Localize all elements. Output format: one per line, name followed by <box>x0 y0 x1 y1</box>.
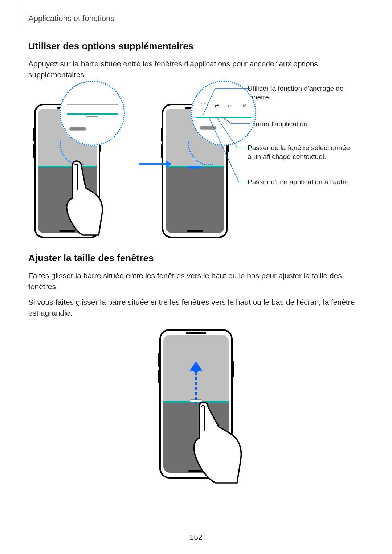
section2-body1: Faites glisser la barre située entre les… <box>28 270 364 292</box>
callout-popup: Passer de la fenêtre sélectionnée à un a… <box>248 144 353 161</box>
figure-resize <box>28 329 364 479</box>
breadcrumb: Applications et fonctions <box>28 14 364 23</box>
figure-split-options: ⛶ ⇄ ▭ ✕ Utiliser la fonction d'ancrage d… <box>28 91 364 238</box>
magnifier-left <box>60 81 125 146</box>
arrow-right-icon <box>137 158 172 170</box>
phone-illustration-resize <box>159 329 233 479</box>
callout-anchor: Utiliser la fonction d'ancrage de fenêtr… <box>248 84 353 102</box>
page-content: Applications et fonctions Utiliser des o… <box>0 0 392 479</box>
section1-heading: Utiliser des options supplémentaires <box>28 41 364 52</box>
svg-marker-1 <box>166 160 172 168</box>
section2-heading: Ajuster la taille des fenêtres <box>28 253 364 264</box>
callouts: Utiliser la fonction d'ancrage de fenêtr… <box>248 91 364 92</box>
page-number: 152 <box>0 533 392 542</box>
hand-icon <box>193 400 247 487</box>
svg-marker-2 <box>189 361 203 372</box>
section1-body: Appuyez sur la barre située entre les fe… <box>28 58 364 81</box>
margin-rule <box>20 0 20 25</box>
section2-body2: Si vous faites glisser la barre située e… <box>28 297 364 319</box>
callout-swap: Passer d'une application à l'autre. <box>248 178 353 186</box>
hand-icon <box>64 158 107 238</box>
callout-close: Fermer l'application. <box>248 120 353 128</box>
